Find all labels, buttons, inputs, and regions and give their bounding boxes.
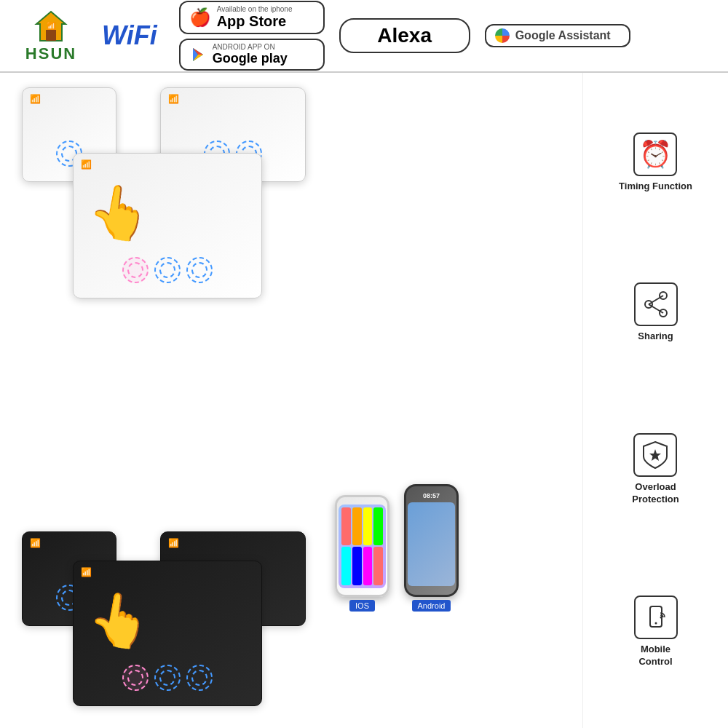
alexa-badge[interactable]: Alexa [339,18,470,53]
overload-label: OverloadProtection [632,481,678,506]
wifi-icon-sw6: 📶 [81,567,92,577]
touch-btn-6c[interactable] [186,665,213,691]
wifi-icon-sw1: 📶 [30,94,41,104]
white-3gang-front[interactable]: 📶 👆 [73,153,262,298]
app-badges-column: 🍎 Available on the iphone App Store ANDR… [179,1,325,71]
ios-phone-body [335,495,389,597]
main-content: 📶 📶 📶 [0,73,728,728]
right-badges: Google Assistant [485,24,630,47]
wifi-icon-sw3: 📶 [81,159,92,170]
google-assistant-label: Google Assistant [515,29,611,42]
google-play-badge[interactable]: ANDROID APP ON Google play [179,39,325,71]
app-store-badge[interactable]: 🍎 Available on the iphone App Store [179,1,325,34]
wifi-icon-sw4: 📶 [30,538,41,548]
house-icon: 📶 [33,8,69,44]
feature-sharing: Sharing [634,282,678,343]
hand-pointer-white: 👆 [84,178,157,248]
feature-timing: ⏰ Timing Function [619,132,692,193]
share-icon [641,290,670,319]
touch-btn-6a[interactable] [122,665,149,691]
svg-rect-1 [46,30,56,41]
sharing-label: Sharing [638,331,673,343]
mobile-label: MobileControl [638,644,672,668]
clock-icon: ⏰ [639,139,672,170]
hand-pointer-black: 👆 [84,585,157,655]
brand-name: HSUN [25,44,76,63]
app-store-text: Available on the iphone App Store [217,5,293,30]
alexa-label: Alexa [377,24,432,47]
touch-btns-sw6 [122,665,213,691]
overload-icon-wrap [633,433,677,477]
android-label: Android [412,600,451,612]
feature-mobile: MobileControl [634,596,678,668]
svg-text:📶: 📶 [47,21,56,31]
sharing-icon-wrap [634,282,678,326]
touch-btns-sw3 [122,257,213,283]
svg-line-10 [649,296,663,304]
ios-label: IOS [349,600,375,612]
wifi-label: WiFi [102,20,157,51]
wifi-icon-sw2: 📶 [168,94,179,104]
feature-overload: OverloadProtection [632,433,678,506]
phones-area: IOS 08:57 Android [335,484,459,612]
google-play-text: ANDROID APP ON Google play [213,43,288,66]
apple-icon: 🍎 [189,7,211,28]
black-3gang-front[interactable]: 📶 👆 [73,561,262,706]
svg-point-15 [660,617,662,619]
android-phone-body: 08:57 [404,484,459,597]
timing-icon-wrap: ⏰ [633,132,677,176]
android-phone: 08:57 Android [404,484,459,612]
right-panel: ⏰ Timing Function Sharing [582,73,728,728]
wifi-icon-sw5: 📶 [168,538,179,548]
timing-label: Timing Function [619,181,692,193]
touch-btn-3b[interactable] [154,257,181,283]
header: 📶 HSUN WiFi 🍎 Available on the iphone Ap… [0,0,728,73]
svg-line-11 [649,304,663,313]
google-assistant-badge[interactable]: Google Assistant [485,24,630,47]
google-assistant-icon [495,28,510,43]
logo-area: 📶 HSUN [7,8,95,63]
play-store-icon [189,46,207,63]
touch-btn-3c[interactable] [186,257,213,283]
touch-btn-3a[interactable] [122,257,149,283]
shield-star-icon [639,439,671,471]
svg-marker-12 [649,449,661,461]
mobile-icon-wrap [634,596,678,639]
touch-btn-6b[interactable] [154,665,181,691]
switches-area: 📶 📶 📶 [0,73,582,728]
ios-phone: IOS [335,495,389,612]
mobile-signal-icon [641,603,670,632]
